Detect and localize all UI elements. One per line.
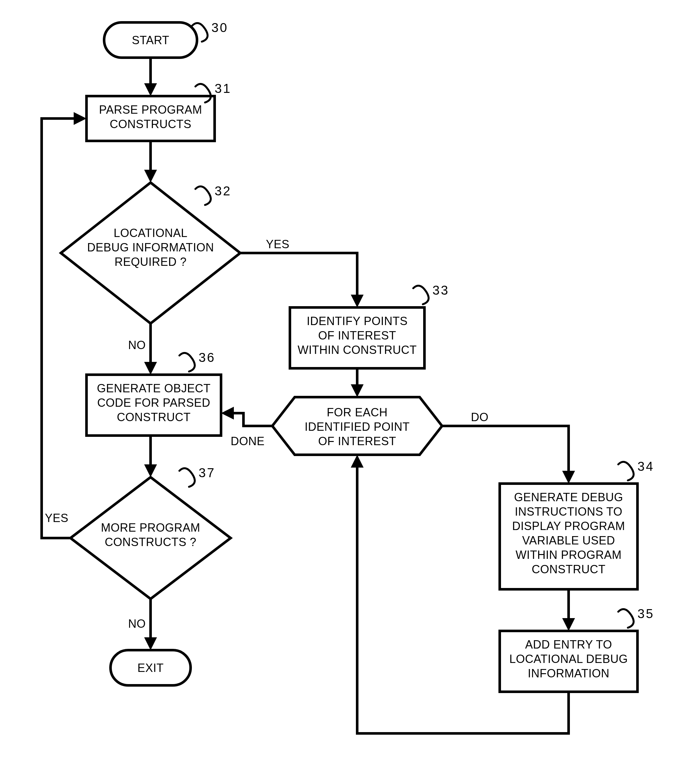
edge-decide-loc-yes-label: YES <box>266 238 290 251</box>
node-identify-line0: IDENTIFY POINTS <box>307 315 408 328</box>
node-gen-debug: GENERATE DEBUG INSTRUCTIONS TO DISPLAY P… <box>500 483 637 589</box>
node-parse-line0: PARSE PROGRAM <box>99 103 202 116</box>
node-decide-loc-line0: LOCATIONAL <box>114 226 187 240</box>
node-identify-line2: WITHIN CONSTRUCT <box>298 343 417 356</box>
node-decide-loc-line2: REQUIRED ? <box>114 255 186 269</box>
node-add-entry-line2: INFORMATION <box>528 667 610 680</box>
node-gen-debug-line3: VARIABLE USED <box>522 534 615 547</box>
svg-marker-15 <box>221 407 234 420</box>
edge-decide-loc-no: NO <box>128 323 157 375</box>
node-parse-line1: CONSTRUCTS <box>110 118 191 131</box>
ref-33: 33 <box>413 283 449 304</box>
svg-marker-18 <box>351 455 363 468</box>
node-decide-more-line0: MORE PROGRAM <box>101 521 200 534</box>
node-start-text: START <box>132 33 169 47</box>
node-start: START <box>104 22 197 58</box>
node-decide-loc: LOCATIONAL DEBUG INFORMATION REQUIRED ? <box>61 183 240 323</box>
edge-start-to-parse <box>144 58 157 96</box>
ref-35-text: 35 <box>637 607 655 621</box>
node-gen-debug-line4: WITHIN PROGRAM <box>516 548 622 561</box>
ref-34: 34 <box>618 459 655 480</box>
edge-parse-to-decide-loc <box>144 141 157 183</box>
ref-30-text: 30 <box>212 21 228 35</box>
edge-decide-loc-yes: YES <box>240 238 363 307</box>
node-identify-line1: OF INTEREST <box>318 329 396 342</box>
node-exit-text: EXIT <box>137 662 164 674</box>
svg-marker-21 <box>74 112 86 125</box>
edge-decide-more-no-label: NO <box>128 617 146 630</box>
node-gen-debug-line5: CONSTRUCT <box>532 563 606 576</box>
ref-37: 37 <box>179 466 215 487</box>
node-add-entry-line0: ADD ENTRY TO <box>525 638 612 651</box>
svg-marker-20 <box>144 464 157 477</box>
node-gen-debug-line0: GENERATE DEBUG <box>514 491 623 504</box>
edge-identify-to-foreach <box>351 368 363 397</box>
node-gen-debug-line1: INSTRUCTIONS TO <box>515 505 622 518</box>
svg-marker-13 <box>351 384 363 397</box>
edge-decide-loc-no-label: NO <box>128 339 146 351</box>
node-gen-obj-line2: CONSTRUCT <box>117 410 191 424</box>
node-gen-obj: GENERATE OBJECT CODE FOR PARSED CONSTRUC… <box>86 375 221 436</box>
svg-marker-11 <box>144 362 157 375</box>
edge-foreach-do: DO <box>442 410 575 483</box>
edge-foreach-done-label: DONE <box>231 434 265 448</box>
svg-marker-23 <box>144 637 157 650</box>
ref-33-text: 33 <box>432 283 449 297</box>
node-exit: EXIT <box>110 650 191 685</box>
node-foreach: FOR EACH IDENTIFIED POINT OF INTEREST <box>272 397 442 455</box>
ref-35: 35 <box>618 607 655 628</box>
svg-marker-14 <box>562 471 575 483</box>
svg-marker-9 <box>351 295 363 307</box>
ref-36: 36 <box>179 350 215 372</box>
edge-foreach-done: DONE <box>221 407 272 448</box>
node-decide-loc-line1: DEBUG INFORMATION <box>87 241 214 254</box>
ref-32: 32 <box>195 184 232 205</box>
node-gen-debug-line2: DISPLAY PROGRAM <box>512 520 625 533</box>
node-identify: IDENTIFY POINTS OF INTEREST WITHIN CONST… <box>290 307 424 368</box>
svg-marker-6 <box>144 83 157 96</box>
svg-marker-17 <box>562 618 575 631</box>
node-decide-more: MORE PROGRAM CONSTRUCTS ? <box>70 477 231 599</box>
edge-gen-obj-to-decide-more <box>144 436 157 477</box>
node-add-entry-line1: LOCATIONAL DEBUG <box>509 652 628 665</box>
edge-decide-more-yes: YES <box>41 112 86 538</box>
edge-gen-debug-to-add-entry <box>562 589 575 631</box>
node-foreach-line1: IDENTIFIED POINT <box>304 420 410 433</box>
node-decide-more-line1: CONSTRUCTS ? <box>105 536 196 549</box>
edge-decide-more-yes-label: YES <box>45 512 69 525</box>
edge-decide-more-no: NO <box>128 599 157 650</box>
ref-32-text: 32 <box>215 184 232 198</box>
ref-34-text: 34 <box>637 459 655 473</box>
ref-31-text: 31 <box>215 81 232 95</box>
node-gen-obj-line1: CODE FOR PARSED <box>97 396 210 409</box>
node-add-entry: ADD ENTRY TO LOCATIONAL DEBUG INFORMATIO… <box>500 631 637 692</box>
svg-marker-8 <box>144 170 157 183</box>
node-foreach-line2: OF INTEREST <box>318 434 396 448</box>
edge-foreach-do-label: DO <box>471 410 489 424</box>
ref-37-text: 37 <box>199 466 215 480</box>
ref-36-text: 36 <box>199 350 215 364</box>
node-gen-obj-line0: GENERATE OBJECT <box>97 382 211 395</box>
node-foreach-line0: FOR EACH <box>327 406 387 419</box>
node-parse: PARSE PROGRAM CONSTRUCTS <box>86 96 215 141</box>
